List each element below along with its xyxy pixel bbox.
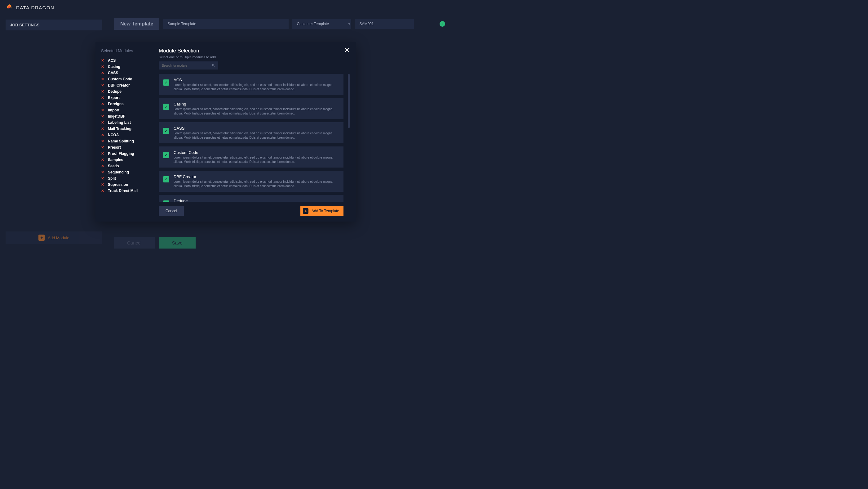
selected-module-item[interactable]: ✕Casing — [101, 64, 149, 70]
remove-icon[interactable]: ✕ — [101, 157, 105, 162]
selected-module-label: Proof Flagging — [108, 151, 134, 156]
selected-module-label: Foreigns — [108, 102, 124, 106]
selected-module-item[interactable]: ✕Import — [101, 107, 149, 113]
selected-module-label: CASS — [108, 71, 118, 75]
search-icon — [212, 64, 215, 68]
module-card[interactable]: ✓Custom CodeLorem ipsum dolor sit amet, … — [159, 146, 343, 168]
plus-icon: + — [303, 208, 308, 214]
chevron-down-icon: ▼ — [347, 22, 351, 26]
module-name: DBF Creator — [174, 174, 339, 179]
module-checkbox[interactable]: ✓ — [163, 176, 169, 182]
selected-module-label: Name Splitting — [108, 139, 134, 143]
module-card[interactable]: ✓DedupeLorem ipsum dolor sit amet, conse… — [159, 195, 343, 202]
selected-module-item[interactable]: ✕DBF Creator — [101, 82, 149, 88]
customer-template-select[interactable]: ▼ — [292, 19, 351, 29]
add-to-template-label: Add To Template — [312, 209, 339, 213]
remove-icon[interactable]: ✕ — [101, 95, 105, 100]
selected-module-item[interactable]: ✕Custom Code — [101, 76, 149, 82]
module-card[interactable]: ✓ACSLorem ipsum dolor sit amet, consecte… — [159, 74, 343, 95]
remove-icon[interactable]: ✕ — [101, 164, 105, 168]
selected-module-item[interactable]: ✕Samples — [101, 157, 149, 163]
selected-module-item[interactable]: ✕Sequencing — [101, 169, 149, 175]
module-checkbox[interactable]: ✓ — [163, 152, 169, 158]
selected-module-item[interactable]: ✕Truck Direct Mail — [101, 188, 149, 194]
module-checkbox[interactable]: ✓ — [163, 200, 169, 202]
remove-icon[interactable]: ✕ — [101, 71, 105, 75]
selected-module-item[interactable]: ✕Seeds — [101, 163, 149, 169]
scrollbar[interactable] — [348, 74, 350, 202]
modal-cancel-button[interactable]: Cancel — [159, 206, 184, 216]
selected-module-label: Casing — [108, 64, 120, 69]
remove-icon[interactable]: ✕ — [101, 145, 105, 149]
new-template-chip[interactable]: New Template — [114, 18, 159, 30]
remove-icon[interactable]: ✕ — [101, 108, 105, 112]
remove-icon[interactable]: ✕ — [101, 176, 105, 180]
remove-icon[interactable]: ✕ — [101, 58, 105, 63]
sam-input[interactable] — [355, 19, 414, 29]
module-name: ACS — [174, 78, 339, 82]
selected-module-item[interactable]: ✕ACS — [101, 57, 149, 64]
selected-module-label: Sequencing — [108, 170, 129, 174]
footer-save-button[interactable]: Save — [159, 237, 196, 249]
selected-module-item[interactable]: ✕Presort — [101, 144, 149, 150]
selected-module-item[interactable]: ✕Mail Tracking — [101, 126, 149, 132]
remove-icon[interactable]: ✕ — [101, 114, 105, 118]
selected-module-item[interactable]: ✕Labeling List — [101, 119, 149, 126]
remove-icon[interactable]: ✕ — [101, 64, 105, 69]
footer-cancel-button[interactable]: Cancel — [114, 237, 155, 249]
selected-module-label: Truck Direct Mail — [108, 189, 137, 193]
selected-module-item[interactable]: ✕Foreigns — [101, 101, 149, 107]
selected-module-item[interactable]: ✕Proof Flagging — [101, 150, 149, 157]
selected-module-label: Mail Tracking — [108, 126, 131, 131]
remove-icon[interactable]: ✕ — [101, 139, 105, 143]
selected-module-item[interactable]: ✕Name Splitting — [101, 138, 149, 144]
selected-module-label: Supression — [108, 182, 128, 187]
status-check-icon: ✓ — [440, 21, 445, 27]
close-icon[interactable] — [344, 47, 350, 54]
scrollbar-thumb[interactable] — [348, 74, 350, 128]
remove-icon[interactable]: ✕ — [101, 77, 105, 81]
module-desc: Lorem ipsum dolor sit amet, consectetur … — [174, 83, 339, 91]
selected-module-label: Samples — [108, 157, 123, 162]
remove-icon[interactable]: ✕ — [101, 102, 105, 106]
selected-module-label: NCOA — [108, 133, 119, 137]
selected-module-label: Custom Code — [108, 77, 132, 81]
add-module-button[interactable]: + Add Module — [6, 231, 102, 244]
remove-icon[interactable]: ✕ — [101, 151, 105, 156]
selected-module-item[interactable]: ✕InkjetDBF — [101, 113, 149, 119]
add-to-template-button[interactable]: + Add To Template — [300, 206, 343, 216]
module-desc: Lorem ipsum dolor sit amet, consectetur … — [174, 180, 339, 188]
selected-module-item[interactable]: ✕Supression — [101, 181, 149, 188]
selected-module-item[interactable]: ✕Dedupe — [101, 88, 149, 95]
remove-icon[interactable]: ✕ — [101, 89, 105, 94]
remove-icon[interactable]: ✕ — [101, 120, 105, 125]
remove-icon[interactable]: ✕ — [101, 133, 105, 137]
svg-point-0 — [212, 64, 214, 66]
module-card[interactable]: ✓CASSLorem ipsum dolor sit amet, consect… — [159, 122, 343, 143]
dragon-logo-icon — [6, 4, 13, 11]
svg-line-1 — [214, 65, 215, 66]
module-checkbox[interactable]: ✓ — [163, 128, 169, 134]
customer-template-input[interactable] — [292, 19, 347, 29]
selected-module-item[interactable]: ✕CASS — [101, 70, 149, 76]
selected-module-item[interactable]: ✕Export — [101, 95, 149, 101]
module-desc: Lorem ipsum dolor sit amet, consectetur … — [174, 107, 339, 115]
module-card[interactable]: ✓CasingLorem ipsum dolor sit amet, conse… — [159, 98, 343, 119]
app-title: DATA DRAGON — [16, 5, 54, 10]
sample-template-input[interactable] — [163, 19, 289, 29]
remove-icon[interactable]: ✕ — [101, 182, 105, 187]
remove-icon[interactable]: ✕ — [101, 126, 105, 131]
module-checkbox[interactable]: ✓ — [163, 104, 169, 110]
remove-icon[interactable]: ✕ — [101, 83, 105, 87]
module-card[interactable]: ✓DBF CreatorLorem ipsum dolor sit amet, … — [159, 171, 343, 192]
selected-module-label: Split — [108, 176, 116, 180]
module-checkbox[interactable]: ✓ — [163, 80, 169, 86]
selected-module-item[interactable]: ✕Split — [101, 175, 149, 181]
selected-module-label: Import — [108, 108, 119, 112]
module-selection-modal: Selected Modules ✕ACS✕Casing✕CASS✕Custom… — [95, 42, 356, 222]
selected-module-item[interactable]: ✕NCOA — [101, 132, 149, 138]
remove-icon[interactable]: ✕ — [101, 170, 105, 174]
search-module-wrap[interactable] — [159, 61, 218, 69]
remove-icon[interactable]: ✕ — [101, 189, 105, 193]
search-input[interactable] — [162, 64, 212, 67]
